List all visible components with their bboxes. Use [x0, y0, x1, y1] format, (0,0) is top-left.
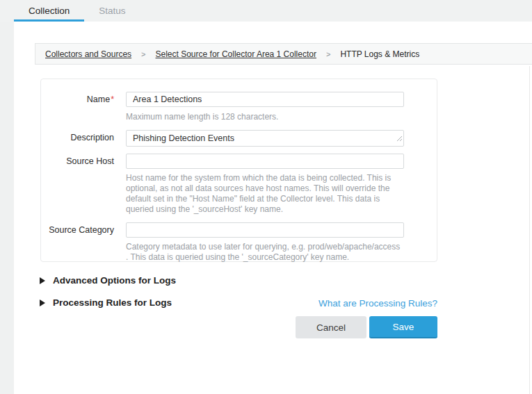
- source-host-row: Source Host: [41, 154, 437, 169]
- footer-buttons: Cancel Save: [296, 316, 437, 338]
- breadcrumb-select-source[interactable]: Select Source for Collector Area 1 Colle…: [156, 49, 316, 59]
- advanced-options-label: Advanced Options for Logs: [53, 275, 176, 286]
- required-marker: *: [111, 95, 114, 104]
- description-textarea[interactable]: Phishing Detection Events: [126, 130, 404, 147]
- processing-rules-section-toggle[interactable]: Processing Rules for Logs: [40, 297, 172, 308]
- breadcrumb: Collectors and Sources > Select Source f…: [35, 43, 532, 65]
- source-category-input[interactable]: [126, 222, 404, 238]
- expand-triangle-icon: [40, 299, 45, 306]
- source-category-helper-text: Category metadata to use later for query…: [126, 242, 403, 263]
- tab-status[interactable]: Status: [84, 0, 140, 22]
- cancel-button[interactable]: Cancel: [296, 316, 366, 338]
- source-host-helper-text: Host name for the system from which the …: [126, 173, 403, 215]
- advanced-options-section-toggle[interactable]: Advanced Options for Logs: [40, 275, 176, 286]
- breadcrumb-separator: >: [326, 50, 330, 58]
- source-host-input[interactable]: [126, 154, 404, 169]
- name-label: Name*: [41, 92, 114, 107]
- breadcrumb-current-page: HTTP Logs & Metrics: [340, 49, 419, 59]
- expand-triangle-icon: [40, 277, 45, 284]
- breadcrumb-separator: >: [141, 50, 145, 58]
- source-form-card: Name* Maximum name length is 128 charact…: [40, 79, 437, 262]
- description-row: Description Phishing Detection Events: [41, 130, 437, 147]
- name-helper-text: Maximum name length is 128 characters.: [126, 112, 403, 122]
- tab-status-label: Status: [99, 6, 125, 16]
- right-divider: [529, 66, 530, 394]
- tab-bar: Collection Status: [0, 0, 532, 22]
- name-input[interactable]: [126, 92, 404, 107]
- tab-collection-label: Collection: [29, 6, 70, 16]
- name-row: Name*: [41, 92, 437, 107]
- save-button[interactable]: Save: [369, 316, 437, 338]
- source-category-row: Source Category: [41, 222, 437, 238]
- description-label: Description: [41, 130, 114, 147]
- processing-rules-label: Processing Rules for Logs: [53, 297, 172, 308]
- source-category-label: Source Category: [41, 222, 114, 238]
- content-panel: Collectors and Sources > Select Source f…: [14, 22, 532, 394]
- breadcrumb-collectors-and-sources[interactable]: Collectors and Sources: [45, 49, 131, 59]
- source-host-label: Source Host: [41, 154, 114, 169]
- tab-collection[interactable]: Collection: [14, 0, 84, 22]
- what-are-processing-rules-link[interactable]: What are Processing Rules?: [319, 298, 437, 309]
